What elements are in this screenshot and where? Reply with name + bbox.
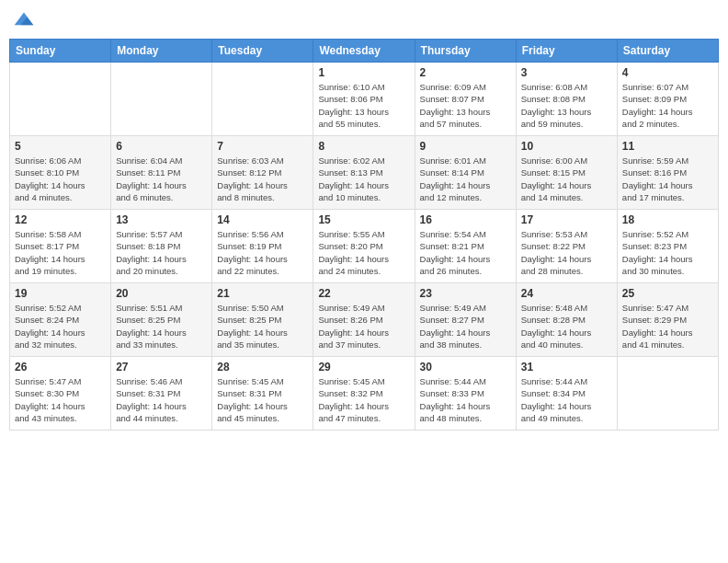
day-info: Sunrise: 5:54 AM Sunset: 8:21 PM Dayligh… xyxy=(420,228,511,277)
day-cell: 3Sunrise: 6:08 AM Sunset: 8:08 PM Daylig… xyxy=(516,63,617,136)
logo xyxy=(13,9,39,31)
day-number: 26 xyxy=(15,361,106,373)
day-number: 8 xyxy=(318,140,409,153)
week-row-5: 26Sunrise: 5:47 AM Sunset: 8:30 PM Dayli… xyxy=(10,357,719,431)
day-cell: 19Sunrise: 5:52 AM Sunset: 8:24 PM Dayli… xyxy=(10,283,111,357)
day-info: Sunrise: 6:07 AM Sunset: 8:09 PM Dayligh… xyxy=(622,81,713,130)
day-number: 4 xyxy=(622,66,713,79)
day-number: 10 xyxy=(521,140,612,153)
day-info: Sunrise: 6:01 AM Sunset: 8:14 PM Dayligh… xyxy=(420,155,511,203)
day-number: 28 xyxy=(217,361,308,373)
day-number: 22 xyxy=(318,287,409,300)
day-info: Sunrise: 6:04 AM Sunset: 8:11 PM Dayligh… xyxy=(116,155,207,203)
day-cell: 6Sunrise: 6:04 AM Sunset: 8:11 PM Daylig… xyxy=(111,136,212,210)
day-cell: 22Sunrise: 5:49 AM Sunset: 8:26 PM Dayli… xyxy=(313,283,415,357)
weekday-header-sunday: Sunday xyxy=(10,40,111,63)
day-cell xyxy=(617,357,718,431)
day-cell: 7Sunrise: 6:03 AM Sunset: 8:12 PM Daylig… xyxy=(212,136,313,210)
day-cell: 16Sunrise: 5:54 AM Sunset: 8:21 PM Dayli… xyxy=(415,210,516,283)
day-cell: 10Sunrise: 6:00 AM Sunset: 8:15 PM Dayli… xyxy=(516,136,617,210)
weekday-header-tuesday: Tuesday xyxy=(212,40,313,63)
day-number: 13 xyxy=(116,213,207,226)
weekday-header-row: SundayMondayTuesdayWednesdayThursdayFrid… xyxy=(10,40,719,63)
day-cell: 25Sunrise: 5:47 AM Sunset: 8:29 PM Dayli… xyxy=(617,283,718,357)
day-number: 15 xyxy=(318,213,409,226)
day-number: 19 xyxy=(15,287,106,300)
day-cell: 21Sunrise: 5:50 AM Sunset: 8:25 PM Dayli… xyxy=(212,283,313,357)
weekday-header-wednesday: Wednesday xyxy=(313,40,415,63)
day-number: 2 xyxy=(420,66,511,79)
day-number: 24 xyxy=(521,287,612,300)
day-cell: 9Sunrise: 6:01 AM Sunset: 8:14 PM Daylig… xyxy=(415,136,516,210)
day-number: 29 xyxy=(318,361,409,373)
day-cell: 14Sunrise: 5:56 AM Sunset: 8:19 PM Dayli… xyxy=(212,210,313,283)
day-info: Sunrise: 5:52 AM Sunset: 8:23 PM Dayligh… xyxy=(622,228,713,277)
logo-icon xyxy=(13,9,35,31)
day-number: 18 xyxy=(622,213,713,226)
day-cell: 27Sunrise: 5:46 AM Sunset: 8:31 PM Dayli… xyxy=(111,357,212,431)
header xyxy=(9,9,719,31)
day-info: Sunrise: 5:47 AM Sunset: 8:29 PM Dayligh… xyxy=(622,302,713,350)
day-number: 11 xyxy=(622,140,713,153)
day-number: 27 xyxy=(116,361,207,373)
day-cell: 2Sunrise: 6:09 AM Sunset: 8:07 PM Daylig… xyxy=(415,63,516,136)
day-info: Sunrise: 5:45 AM Sunset: 8:31 PM Dayligh… xyxy=(217,375,308,424)
day-number: 12 xyxy=(15,213,106,226)
day-number: 25 xyxy=(622,287,713,300)
day-cell: 20Sunrise: 5:51 AM Sunset: 8:25 PM Dayli… xyxy=(111,283,212,357)
day-info: Sunrise: 6:08 AM Sunset: 8:08 PM Dayligh… xyxy=(521,81,612,130)
week-row-3: 12Sunrise: 5:58 AM Sunset: 8:17 PM Dayli… xyxy=(10,210,719,283)
day-number: 1 xyxy=(318,66,409,79)
day-number: 6 xyxy=(116,140,207,153)
weekday-header-thursday: Thursday xyxy=(415,40,516,63)
day-info: Sunrise: 5:44 AM Sunset: 8:33 PM Dayligh… xyxy=(420,375,511,424)
page: SundayMondayTuesdayWednesdayThursdayFrid… xyxy=(0,0,728,563)
day-cell: 12Sunrise: 5:58 AM Sunset: 8:17 PM Dayli… xyxy=(10,210,111,283)
day-number: 23 xyxy=(420,287,511,300)
week-row-1: 1Sunrise: 6:10 AM Sunset: 8:06 PM Daylig… xyxy=(10,63,719,136)
day-cell: 11Sunrise: 5:59 AM Sunset: 8:16 PM Dayli… xyxy=(617,136,718,210)
day-number: 20 xyxy=(116,287,207,300)
day-number: 30 xyxy=(420,361,511,373)
day-number: 17 xyxy=(521,213,612,226)
day-cell: 28Sunrise: 5:45 AM Sunset: 8:31 PM Dayli… xyxy=(212,357,313,431)
calendar: SundayMondayTuesdayWednesdayThursdayFrid… xyxy=(9,39,719,431)
weekday-header-friday: Friday xyxy=(516,40,617,63)
day-info: Sunrise: 5:51 AM Sunset: 8:25 PM Dayligh… xyxy=(116,302,207,350)
day-cell: 1Sunrise: 6:10 AM Sunset: 8:06 PM Daylig… xyxy=(313,63,415,136)
day-info: Sunrise: 5:58 AM Sunset: 8:17 PM Dayligh… xyxy=(15,228,106,277)
day-info: Sunrise: 6:06 AM Sunset: 8:10 PM Dayligh… xyxy=(15,155,106,203)
day-number: 31 xyxy=(521,361,612,373)
day-cell: 23Sunrise: 5:49 AM Sunset: 8:27 PM Dayli… xyxy=(415,283,516,357)
day-cell: 24Sunrise: 5:48 AM Sunset: 8:28 PM Dayli… xyxy=(516,283,617,357)
day-number: 5 xyxy=(15,140,106,153)
day-info: Sunrise: 6:00 AM Sunset: 8:15 PM Dayligh… xyxy=(521,155,612,203)
weekday-header-saturday: Saturday xyxy=(617,40,718,63)
day-info: Sunrise: 6:02 AM Sunset: 8:13 PM Dayligh… xyxy=(318,155,409,203)
day-number: 3 xyxy=(521,66,612,79)
day-info: Sunrise: 6:10 AM Sunset: 8:06 PM Dayligh… xyxy=(318,81,409,130)
day-info: Sunrise: 5:56 AM Sunset: 8:19 PM Dayligh… xyxy=(217,228,308,277)
day-cell: 30Sunrise: 5:44 AM Sunset: 8:33 PM Dayli… xyxy=(415,357,516,431)
day-info: Sunrise: 6:03 AM Sunset: 8:12 PM Dayligh… xyxy=(217,155,308,203)
day-cell: 18Sunrise: 5:52 AM Sunset: 8:23 PM Dayli… xyxy=(617,210,718,283)
day-cell xyxy=(212,63,313,136)
day-number: 21 xyxy=(217,287,308,300)
day-info: Sunrise: 5:59 AM Sunset: 8:16 PM Dayligh… xyxy=(622,155,713,203)
day-info: Sunrise: 5:47 AM Sunset: 8:30 PM Dayligh… xyxy=(15,375,106,424)
day-info: Sunrise: 5:49 AM Sunset: 8:26 PM Dayligh… xyxy=(318,302,409,350)
day-info: Sunrise: 5:46 AM Sunset: 8:31 PM Dayligh… xyxy=(116,375,207,424)
day-number: 14 xyxy=(217,213,308,226)
day-info: Sunrise: 5:48 AM Sunset: 8:28 PM Dayligh… xyxy=(521,302,612,350)
day-info: Sunrise: 5:45 AM Sunset: 8:32 PM Dayligh… xyxy=(318,375,409,424)
day-info: Sunrise: 6:09 AM Sunset: 8:07 PM Dayligh… xyxy=(420,81,511,130)
day-info: Sunrise: 5:57 AM Sunset: 8:18 PM Dayligh… xyxy=(116,228,207,277)
day-cell: 4Sunrise: 6:07 AM Sunset: 8:09 PM Daylig… xyxy=(617,63,718,136)
day-cell: 17Sunrise: 5:53 AM Sunset: 8:22 PM Dayli… xyxy=(516,210,617,283)
day-cell: 8Sunrise: 6:02 AM Sunset: 8:13 PM Daylig… xyxy=(313,136,415,210)
day-info: Sunrise: 5:55 AM Sunset: 8:20 PM Dayligh… xyxy=(318,228,409,277)
week-row-2: 5Sunrise: 6:06 AM Sunset: 8:10 PM Daylig… xyxy=(10,136,719,210)
day-info: Sunrise: 5:44 AM Sunset: 8:34 PM Dayligh… xyxy=(521,375,612,424)
day-number: 16 xyxy=(420,213,511,226)
day-cell xyxy=(10,63,111,136)
